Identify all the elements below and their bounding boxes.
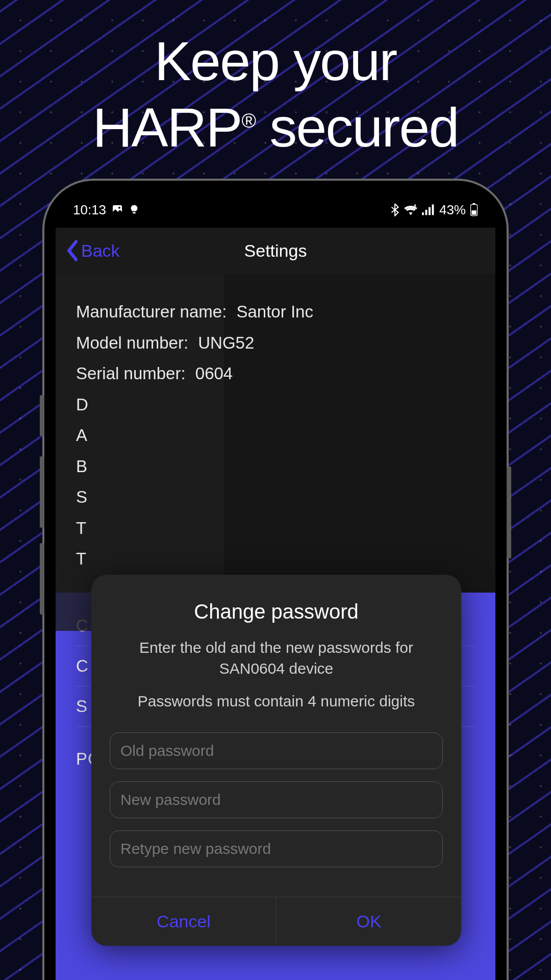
bulb-icon — [129, 204, 140, 215]
battery-percent: 43% — [439, 202, 466, 218]
phone-side-button — [507, 467, 511, 558]
svg-rect-9 — [471, 210, 476, 214]
phone-side-button — [40, 395, 44, 436]
phone-side-button — [40, 456, 44, 528]
info-row-obscured: D — [76, 392, 475, 418]
info-manufacturer: Manufacturer name: Santor Inc — [76, 299, 475, 325]
promo-headline: Keep your HARP® secured — [0, 28, 551, 160]
dialog-inputs — [110, 732, 443, 867]
retype-password-input[interactable] — [110, 830, 443, 867]
model-label: Model number: — [76, 333, 188, 352]
dialog-actions: Cancel OK — [91, 897, 461, 946]
new-password-input[interactable] — [110, 781, 443, 818]
svg-rect-8 — [472, 203, 475, 205]
dialog-body: Change password Enter the old and the ne… — [91, 575, 461, 897]
dialog-title: Change password — [110, 600, 443, 623]
chevron-left-icon — [66, 240, 79, 261]
headline-line2a: HARP — [93, 96, 242, 158]
serial-value: 0604 — [195, 364, 233, 383]
headline-line2b: secured — [255, 96, 458, 158]
info-row-obscured: A — [76, 423, 475, 448]
phone-side-button — [40, 543, 44, 615]
old-password-input[interactable] — [110, 732, 443, 769]
status-time: 10:13 — [73, 202, 106, 218]
change-password-dialog: Change password Enter the old and the ne… — [91, 575, 461, 946]
status-bar: 10:13 43% — [56, 192, 495, 228]
svg-point-1 — [118, 207, 120, 209]
info-row-obscured: T — [76, 516, 475, 541]
status-right: 43% — [390, 202, 478, 218]
manufacturer-value: Santor Inc — [236, 302, 313, 321]
image-icon — [111, 204, 123, 216]
svg-rect-4 — [425, 210, 427, 215]
manufacturer-label: Manufacturer name: — [76, 302, 227, 321]
status-left: 10:13 — [73, 202, 140, 218]
nav-bar: Back Settings — [56, 228, 495, 274]
headline-line1: Keep your — [155, 30, 396, 92]
cancel-button[interactable]: Cancel — [91, 897, 276, 946]
svg-rect-6 — [432, 205, 434, 215]
back-label: Back — [81, 241, 120, 261]
registered-mark: ® — [242, 110, 256, 132]
settings-content: Manufacturer name: Santor Inc Model numb… — [56, 274, 495, 593]
phone-frame: 10:13 43% — [42, 179, 509, 980]
info-serial: Serial number: 0604 — [76, 361, 475, 386]
phone-screen: 10:13 43% — [56, 192, 495, 980]
info-row-obscured: B — [76, 454, 475, 479]
battery-icon — [470, 203, 478, 216]
ok-button[interactable]: OK — [276, 897, 461, 946]
svg-rect-3 — [422, 212, 424, 215]
wifi-icon — [404, 204, 418, 215]
svg-rect-2 — [133, 212, 136, 214]
bluetooth-icon — [390, 203, 399, 216]
signal-icon — [422, 204, 435, 215]
info-row-obscured: S — [76, 484, 475, 510]
back-button[interactable]: Back — [66, 240, 120, 261]
model-value: UNG52 — [198, 333, 254, 352]
dialog-instruction-2: Passwords must contain 4 numeric digits — [110, 691, 443, 712]
page-title: Settings — [56, 241, 495, 261]
serial-label: Serial number: — [76, 364, 186, 383]
svg-rect-5 — [429, 207, 431, 215]
info-row-obscured: T — [76, 546, 475, 572]
dialog-instruction-1: Enter the old and the new passwords for … — [110, 638, 443, 679]
info-model: Model number: UNG52 — [76, 330, 475, 356]
